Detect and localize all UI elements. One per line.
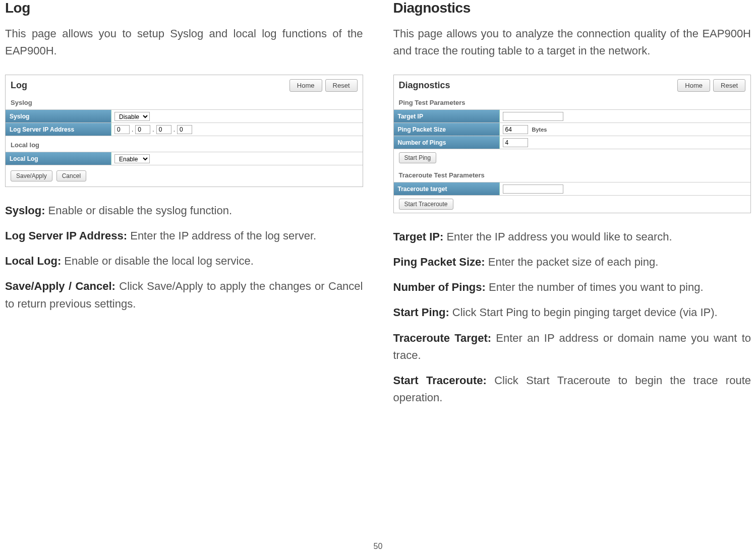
def-tracetarget: Traceroute Target: Enter an IP address o… (393, 330, 751, 364)
reset-button[interactable]: Reset (325, 79, 358, 92)
left-column: Log This page allows you to setup Syslog… (0, 0, 368, 414)
targetip-input[interactable] (503, 112, 563, 121)
save-apply-button[interactable]: Save/Apply (11, 170, 52, 181)
diagnostics-panel: Diagnostics Home Reset Ping Test Paramet… (393, 75, 751, 213)
ip-octet-3[interactable] (177, 125, 192, 134)
nop-input[interactable] (503, 138, 528, 147)
ip-octet-0[interactable] (114, 125, 130, 134)
def-syslog: Syslog: Enable or disable the syslog fun… (5, 202, 363, 219)
home-button[interactable]: Home (677, 79, 710, 92)
locallog-group-label: Local log (6, 136, 363, 152)
log-panel: Log Home Reset Syslog Syslog Disable Log… (5, 75, 363, 187)
right-column: Diagnostics This page allows you to anal… (388, 0, 757, 414)
def-pps: Ping Packet Size: Enter the packet size … (393, 254, 751, 271)
diagnostics-intro: This page allows you to analyze the conn… (393, 25, 751, 59)
log-intro: This page allows you to setup Syslog and… (5, 25, 363, 59)
ip-octet-2[interactable] (156, 125, 171, 134)
locallog-select[interactable]: Enable (114, 154, 150, 163)
cancel-button[interactable]: Cancel (56, 170, 86, 181)
start-ping-button[interactable]: Start Ping (399, 152, 437, 163)
ip-dot: . (132, 126, 133, 133)
diagnostics-heading: Diagnostics (393, 0, 751, 16)
trace-group-label: Traceroute Test Parameters (394, 166, 751, 182)
reset-button[interactable]: Reset (713, 79, 745, 92)
log-heading: Log (5, 0, 363, 16)
ip-dot: . (152, 126, 154, 133)
ping-group-label: Ping Test Parameters (394, 94, 751, 110)
pps-row-label: Ping Packet Size (394, 123, 500, 136)
page-number: 50 (374, 542, 383, 551)
log-panel-title: Log (11, 80, 27, 91)
home-button[interactable]: Home (289, 79, 322, 92)
pps-unit: Bytes (532, 127, 547, 133)
diagnostics-panel-title: Diagnostics (399, 80, 450, 91)
start-traceroute-button[interactable]: Start Traceroute (399, 199, 453, 210)
nop-row-label: Number of Pings (394, 136, 500, 149)
pps-input[interactable] (503, 125, 528, 134)
trace-input[interactable] (503, 185, 563, 194)
syslog-row-label: Syslog (6, 110, 111, 122)
ip-octet-1[interactable] (135, 125, 150, 134)
trace-row-label: Traceroute target (394, 182, 500, 195)
def-starttrace: Start Traceroute: Click Start Traceroute… (393, 372, 751, 406)
locallog-row-label: Local Log (6, 152, 111, 165)
syslog-group-label: Syslog (6, 94, 363, 110)
targetip-row-label: Target IP (394, 110, 500, 122)
syslog-select[interactable]: Disable (114, 112, 150, 121)
def-logserver: Log Server IP Address: Enter the IP addr… (5, 227, 363, 244)
def-startping: Start Ping: Click Start Ping to begin pi… (393, 304, 751, 321)
def-locallog: Local Log: Enable or disable the local l… (5, 253, 363, 270)
def-nop: Number of Pings: Enter the number of tim… (393, 279, 751, 296)
logserver-row-label: Log Server IP Address (6, 123, 111, 136)
def-saveapply: Save/Apply / Cancel: Click Save/Apply to… (5, 278, 363, 312)
ip-dot: . (173, 126, 175, 133)
def-targetip: Target IP: Enter the IP address you woul… (393, 228, 751, 245)
